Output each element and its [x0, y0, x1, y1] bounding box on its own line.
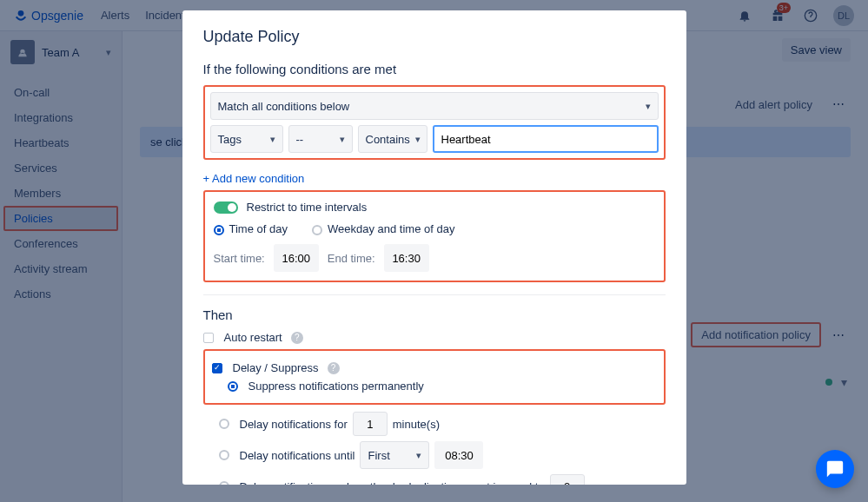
delay-for-radio[interactable] — [219, 419, 229, 429]
restrict-label: Restrict to time intervals — [247, 201, 368, 214]
modal-title: Update Policy — [203, 28, 666, 46]
add-condition-link[interactable]: + Add new condition — [203, 172, 305, 185]
delay-until-time-input[interactable] — [434, 441, 483, 469]
delay-dedup-input[interactable] — [550, 474, 585, 485]
condition-mid-select[interactable]: --▾ — [288, 125, 353, 153]
chevron-down-icon: ▾ — [416, 450, 421, 461]
chevron-down-icon: ▾ — [270, 134, 275, 145]
end-time-label: End time: — [328, 252, 375, 265]
help-icon[interactable]: ? — [328, 362, 340, 374]
then-heading: Then — [203, 307, 666, 322]
delay-for-input[interactable] — [353, 412, 388, 436]
auto-restart-label: Auto restart — [224, 331, 282, 344]
condition-op-select[interactable]: Contains▾ — [358, 125, 427, 153]
delay-suppress-box: Delay / Suppress ? Suppress notification… — [203, 349, 666, 405]
update-policy-modal: Update Policy If the following condition… — [182, 10, 686, 485]
condition-field-select[interactable]: Tags▾ — [210, 125, 283, 153]
chat-bubble-icon[interactable] — [816, 450, 854, 488]
help-icon[interactable]: ? — [291, 332, 303, 344]
time-restrict-box: Restrict to time intervals Time of day W… — [203, 190, 666, 282]
weekday-time-radio[interactable]: Weekday and time of day — [312, 222, 454, 235]
chevron-down-icon: ▾ — [646, 101, 651, 112]
condition-value-input[interactable] — [433, 125, 659, 153]
modal-overlay: Update Policy If the following condition… — [0, 0, 868, 502]
match-select[interactable]: Match all conditions below ▾ — [210, 92, 659, 120]
delay-until-select[interactable]: First▾ — [360, 441, 429, 469]
conditions-heading: If the following conditions are met — [203, 62, 666, 76]
conditions-box: Match all conditions below ▾ Tags▾ --▾ C… — [203, 85, 666, 160]
chevron-down-icon: ▾ — [340, 134, 345, 145]
time-of-day-radio[interactable]: Time of day — [214, 222, 288, 235]
restrict-toggle[interactable] — [214, 201, 238, 214]
delay-suppress-label: Delay / Suppress — [233, 361, 319, 374]
end-time-input[interactable] — [384, 244, 429, 272]
suppress-perm-label: Suppress notifications permanently — [248, 380, 424, 393]
delay-suppress-checkbox[interactable] — [212, 363, 222, 373]
start-time-label: Start time: — [214, 252, 265, 265]
start-time-input[interactable] — [274, 244, 319, 272]
suppress-perm-radio[interactable] — [228, 381, 238, 392]
auto-restart-checkbox[interactable] — [203, 333, 214, 343]
delay-until-radio[interactable] — [219, 450, 229, 460]
chevron-down-icon: ▾ — [415, 134, 421, 145]
delay-dedup-radio[interactable] — [219, 481, 229, 485]
